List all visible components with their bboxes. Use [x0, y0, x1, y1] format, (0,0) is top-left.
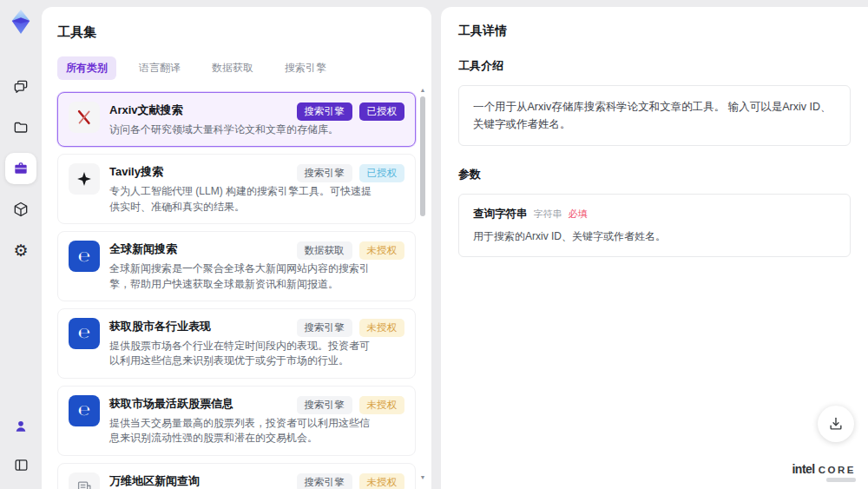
tab-language-translation[interactable]: 语言翻译: [130, 56, 189, 80]
tool-detail-panel: 工具详情 工具介绍 一个用于从Arxiv存储库搜索科学论文和文章的工具。 输入可…: [441, 7, 868, 489]
sidebar-item-files[interactable]: [5, 112, 36, 143]
param-item: 查询字符串字符串必填用于搜索的Arxiv ID、关键字或作者姓名。: [473, 207, 836, 244]
app-root: ⚙ 工具集 所有类别语言翻译数据获取搜索引擎 Arxiv文献: [0, 0, 868, 489]
param-description: 用于搜索的Arxiv ID、关键字或作者姓名。: [473, 229, 836, 244]
param-name: 查询字符串: [473, 207, 528, 221]
category-tabs: 所有类别语言翻译数据获取搜索引擎: [57, 56, 416, 80]
tavily-search-icon: [69, 163, 100, 195]
news-e-icon: ℮: [78, 249, 91, 264]
tool-badges: 搜索引擎已授权: [297, 164, 405, 182]
param-required-badge: 必填: [569, 208, 588, 221]
tool-card-regional-news-query[interactable]: 万维地区新闻查询查询具体行政区划内的新闻，快速了解各地新闻动搜索引擎未授权: [57, 463, 416, 489]
main-content: 工具集 所有类别语言翻译数据获取搜索引擎 Arxiv文献搜索访问各个研究领域大量…: [42, 0, 868, 489]
chat-icon: [12, 78, 30, 96]
tavily-star-icon: [76, 170, 93, 188]
sidebar-item-packages[interactable]: [5, 194, 36, 225]
intel-core-logo: intel CORE: [792, 462, 856, 482]
scroll-down-icon[interactable]: ▼: [418, 474, 427, 480]
auth-status-badge: 已授权: [359, 102, 405, 121]
auth-status-badge: 未授权: [359, 241, 405, 260]
toolbox-icon: [12, 160, 30, 177]
news-e-icon: ℮: [78, 403, 91, 418]
tool-card-stock-sector-performance[interactable]: ℮获取股市各行业表现提供股票市场各个行业在特定时间段内的表现。投资者可以利用这些…: [57, 308, 416, 379]
tool-badges: 搜索引擎未授权: [297, 473, 405, 489]
stock-sector-performance-icon: ℮: [69, 318, 100, 349]
brand-subtag: [826, 478, 856, 482]
sidebar-item-chat[interactable]: [5, 71, 36, 102]
list-scrollbar[interactable]: ▲ ▼: [418, 85, 427, 482]
intro-heading: 工具介绍: [458, 58, 851, 74]
scrollbar-thumb[interactable]: [420, 96, 425, 216]
tab-all-categories[interactable]: 所有类别: [57, 56, 116, 80]
category-badge: 搜索引擎: [297, 319, 352, 337]
tool-badges: 搜索引擎未授权: [297, 396, 405, 414]
auth-status-badge: 已授权: [359, 164, 405, 182]
param-head: 查询字符串字符串必填: [473, 207, 836, 221]
tool-badges: 数据获取未授权: [297, 241, 405, 260]
tool-card-most-active-stocks[interactable]: ℮获取市场最活跃股票信息提供当天交易量最高的股票列表，投资者可以利用这些信息来识…: [57, 386, 416, 456]
intro-box: 一个用于从Arxiv存储库搜索科学论文和文章的工具。 输入可以是Arxiv ID…: [458, 85, 851, 146]
app-logo-icon: [8, 9, 34, 35]
intro-text: 一个用于从Arxiv存储库搜索科学论文和文章的工具。 输入可以是Arxiv ID…: [473, 98, 836, 133]
user-avatar[interactable]: [5, 411, 36, 442]
category-badge: 搜索引擎: [297, 396, 352, 414]
brand-intel: intel: [792, 462, 814, 476]
regional-news-query-icon: [69, 472, 100, 489]
folder-icon: [12, 119, 30, 136]
params-heading: 参数: [458, 167, 851, 182]
tool-description: 访问各个研究领域大量科学论文和文章的存储库。: [109, 122, 374, 137]
tool-badges: 搜索引擎未授权: [297, 319, 405, 337]
gear-icon: ⚙: [13, 242, 28, 259]
tool-card-arxiv-search[interactable]: Arxiv文献搜索访问各个研究领域大量科学论文和文章的存储库。搜索引擎已授权: [57, 92, 416, 147]
panel-layout-icon: [13, 457, 30, 473]
arxiv-icon: [75, 108, 94, 127]
global-news-search-icon: ℮: [69, 241, 100, 272]
tool-card-global-news-search[interactable]: ℮全球新闻搜索全球新闻搜索是一个聚合全球各大新闻网站内容的搜索引擎，帮助用户快速…: [57, 231, 416, 301]
newspaper-icon: [75, 479, 94, 489]
most-active-stocks-icon: ℮: [69, 395, 100, 426]
left-rail: ⚙: [0, 0, 42, 489]
sidebar-item-tools[interactable]: [5, 153, 36, 184]
auth-status-badge: 未授权: [359, 319, 405, 337]
cube-icon: [12, 201, 30, 218]
tool-description: 全球新闻搜索是一个聚合全球各大新闻网站内容的搜索引擎，帮助用户快速获取全球最新资…: [109, 261, 374, 292]
params-box: 查询字符串字符串必填用于搜索的Arxiv ID、关键字或作者姓名。: [458, 194, 851, 257]
param-type: 字符串: [534, 208, 562, 221]
category-badge: 搜索引擎: [297, 102, 352, 121]
tool-list: Arxiv文献搜索访问各个研究领域大量科学论文和文章的存储库。搜索引擎已授权Ta…: [57, 92, 416, 489]
tab-data-acquisition[interactable]: 数据获取: [203, 56, 262, 80]
tool-description: 专为人工智能代理 (LLM) 构建的搜索引擎工具。可快速提供实时、准确和真实的结…: [109, 184, 374, 215]
category-badge: 搜索引擎: [297, 164, 352, 182]
sidebar-item-settings[interactable]: ⚙: [5, 235, 36, 266]
page-title: 工具集: [57, 24, 416, 41]
rail-nav: ⚙: [5, 71, 36, 266]
download-button[interactable]: [818, 406, 854, 442]
category-badge: 数据获取: [297, 241, 352, 260]
tool-description: 提供股票市场各个行业在特定时间段内的表现。投资者可以利用这些信息来识别表现优于或…: [109, 339, 374, 369]
tool-description: 提供当天交易量最高的股票列表，投资者可以利用这些信息来识别流动性强的股票和潜在的…: [109, 416, 374, 446]
scroll-up-icon[interactable]: ▲: [418, 87, 427, 93]
news-e-icon: ℮: [78, 326, 91, 340]
auth-status-badge: 未授权: [359, 473, 405, 489]
tool-card-tavily-search[interactable]: Tavily搜索专为人工智能代理 (LLM) 构建的搜索引擎工具。可快速提供实时…: [57, 154, 416, 224]
brand-core: CORE: [819, 465, 856, 475]
person-icon: [12, 418, 30, 435]
tool-badges: 搜索引擎已授权: [297, 102, 405, 121]
collapse-sidebar-button[interactable]: [5, 449, 36, 480]
arxiv-search-icon: [69, 102, 100, 133]
tab-search-engine[interactable]: 搜索引擎: [276, 56, 335, 80]
tool-list-panel: 工具集 所有类别语言翻译数据获取搜索引擎 Arxiv文献搜索访问各个研究领域大量…: [42, 7, 431, 489]
download-icon: [827, 415, 845, 433]
detail-title: 工具详情: [458, 23, 851, 39]
category-badge: 搜索引擎: [297, 473, 352, 489]
rail-bottom: [5, 411, 36, 480]
auth-status-badge: 未授权: [359, 396, 405, 414]
